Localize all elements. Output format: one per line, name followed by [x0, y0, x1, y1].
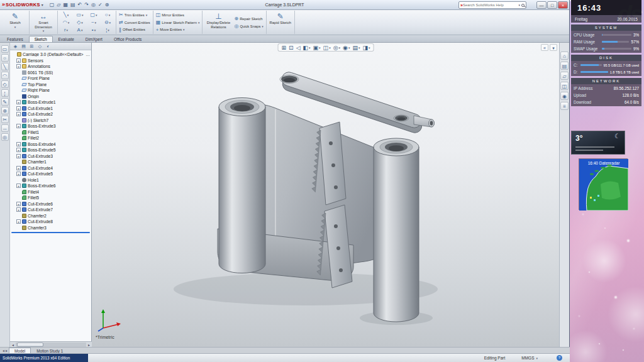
- scrollbar-thumb[interactable]: [17, 343, 43, 347]
- rebuild-button[interactable]: ✓: [97, 1, 104, 9]
- spline-icon[interactable]: ~ ▾: [87, 19, 101, 26]
- scroll-right-icon[interactable]: ▸: [86, 343, 92, 347]
- minimize-button[interactable]: —: [536, 1, 547, 9]
- toolbar-sketch-icon[interactable]: ✎: [1, 98, 9, 106]
- feature-manager-tab[interactable]: ◈: [11, 43, 19, 50]
- search-caret-icon[interactable]: ▾: [518, 3, 520, 7]
- display-manager-tab[interactable]: ◐: [44, 43, 52, 50]
- desktop[interactable]: ds 16:43 Freitag 20.06.2015 SYSTEM CPU U…: [570, 0, 644, 362]
- save-button[interactable]: ▦: [62, 1, 69, 9]
- quick-snaps-button[interactable]: ◎ Quick Snaps ▾: [233, 23, 264, 30]
- toolbar-trim-icon[interactable]: ✂: [1, 116, 9, 123]
- help-icon[interactable]: ?: [557, 355, 562, 361]
- command-manager-tab[interactable]: Features: [1, 36, 29, 42]
- expand-icon[interactable]: +: [16, 207, 21, 212]
- tree-item[interactable]: + Boss-Extrude6: [10, 183, 91, 189]
- solidworks-menu[interactable]: » SOLIDWORKS ▾: [2, 2, 43, 8]
- view-settings-icon[interactable]: ◨ ▾: [361, 45, 371, 51]
- toolbar-relations-icon[interactable]: ◎: [1, 133, 9, 141]
- tree-item[interactable]: + Cut-Extrude8: [10, 219, 91, 225]
- configuration-manager-tab[interactable]: ⊞: [28, 43, 36, 50]
- sketch-text-icon[interactable]: A ▾: [73, 26, 87, 34]
- sketch-line-icon[interactable]: ╲ ▾: [59, 11, 73, 19]
- straight-slot-icon[interactable]: ▢ ▾: [87, 11, 101, 19]
- redo-button[interactable]: ↷: [83, 1, 90, 9]
- linear-sketch-pattern-button[interactable]: ▦ Linear Sketch Pattern ▾: [155, 19, 201, 26]
- tree-item[interactable]: + Front Plane: [10, 75, 91, 82]
- help-search[interactable]: » ▾: [458, 1, 526, 9]
- undo-button[interactable]: ↶: [77, 1, 84, 9]
- tree-item[interactable]: + Boss-Extrude1: [10, 99, 91, 106]
- property-manager-tab[interactable]: ▤: [19, 43, 28, 50]
- expand-icon[interactable]: +: [16, 112, 21, 116]
- toolbar-line-icon[interactable]: ╲: [1, 63, 9, 70]
- open-button[interactable]: ▱: [55, 1, 62, 9]
- tree-item[interactable]: + Cut-Extrude6: [10, 201, 91, 207]
- expand-icon[interactable]: +: [16, 148, 21, 152]
- graphics-area[interactable]: ⊞ ▾ ⊡ ▾ ◁ ▾: [92, 43, 560, 347]
- view-orientation-icon[interactable]: ▣ ▾: [312, 45, 322, 51]
- search-input[interactable]: [463, 3, 519, 7]
- tree-item[interactable]: + Sensors: [10, 58, 91, 64]
- section-view-icon[interactable]: ◧ ▾: [302, 45, 312, 51]
- expand-icon[interactable]: +: [16, 106, 21, 111]
- expand-icon[interactable]: +: [16, 202, 21, 206]
- command-manager-tab[interactable]: Evaluate: [53, 36, 80, 42]
- point-icon[interactable]: • ▾: [87, 26, 101, 34]
- ellipse-icon[interactable]: ⊖ ▾: [101, 19, 114, 26]
- weather-radar-gadget[interactable]: 16:40 Datenradar: [579, 158, 628, 210]
- scroll-left-icon[interactable]: ◂: [10, 343, 16, 347]
- polygon-icon[interactable]: ◇ ▾: [73, 19, 87, 26]
- tree-item[interactable]: + Cut-Extrude7: [10, 207, 91, 213]
- command-manager-tab[interactable]: DimXpert: [80, 36, 108, 42]
- toolbar-arc-icon[interactable]: ◠: [1, 72, 9, 79]
- system-monitor-gadget[interactable]: 16:43 Freitag 20.06.2015 SYSTEM CPU Usag…: [571, 0, 641, 106]
- tree-item[interactable]: + Chamfer2: [10, 213, 91, 219]
- trim-entities-button[interactable]: ✂ Trim Entities ▾: [118, 11, 152, 19]
- design-library-tab[interactable]: ▤: [560, 62, 569, 70]
- sketch-button[interactable]: ✎ Sketch ▾: [3, 11, 28, 33]
- zoom-to-fit-icon[interactable]: ⊞ ▾: [280, 45, 288, 51]
- expand-icon[interactable]: +: [16, 142, 21, 146]
- solidworks-resources-tab[interactable]: ⌂: [560, 52, 569, 60]
- units-caret-icon[interactable]: ▾: [536, 356, 538, 360]
- tab-scroll-right-icon[interactable]: ▸: [6, 348, 8, 353]
- tree-item[interactable]: + (-) Sketch7: [10, 118, 91, 124]
- toolbar-circle-icon[interactable]: ○: [1, 54, 9, 62]
- tree-item[interactable]: + Fillet5: [10, 195, 91, 201]
- tree-item[interactable]: + Cut-Extrude3: [10, 153, 91, 160]
- expand-icon[interactable]: +: [16, 100, 21, 104]
- rollback-bar[interactable]: [11, 232, 90, 233]
- expand-icon[interactable]: +: [16, 64, 21, 69]
- repair-sketch-button[interactable]: ⊕ Repair Sketch: [233, 15, 264, 23]
- tree-item[interactable]: + Fillet1: [10, 129, 91, 136]
- centerline-icon[interactable]: ¦ ▾: [101, 26, 114, 34]
- tree-item[interactable]: + 6061 T6 (SS): [10, 70, 91, 76]
- smart-dimension-button[interactable]: ↔ Smart Dimension ▾: [31, 11, 56, 33]
- sketch-fillet-icon[interactable]: r ▾: [59, 26, 73, 34]
- circle-icon[interactable]: ○ ▾: [101, 11, 114, 19]
- tree-item[interactable]: + Chamfer3: [10, 225, 91, 231]
- maximize-button[interactable]: □: [547, 1, 557, 9]
- edit-appearance-icon[interactable]: ◉ ▾: [341, 45, 351, 51]
- tree-horizontal-scrollbar[interactable]: ◂ ▸: [10, 341, 92, 347]
- collapse-taskpane-button[interactable]: «: [541, 44, 548, 51]
- move-entities-button[interactable]: + Move Entities ▾: [155, 26, 201, 33]
- offset-entities-button[interactable]: ∥ Offset Entities: [118, 26, 152, 33]
- mirror-entities-button[interactable]: ◫ Mirror Entities: [155, 11, 201, 19]
- view-palette-tab[interactable]: ◫: [560, 82, 569, 90]
- toolbar-polygon-icon[interactable]: ◇: [1, 80, 9, 88]
- tree-item[interactable]: + Top Plane: [10, 82, 91, 88]
- tree-item[interactable]: + Fillet2: [10, 135, 91, 141]
- weather-gadget[interactable]: 3° ☾: [571, 131, 625, 155]
- print-button[interactable]: ▤: [69, 1, 77, 9]
- corner-rectangle-icon[interactable]: ▭ ▾: [73, 11, 87, 19]
- expand-icon[interactable]: +: [16, 166, 21, 170]
- viewport-options-button[interactable]: ▾: [550, 44, 557, 51]
- expand-icon[interactable]: +: [16, 184, 21, 188]
- hide-show-items-icon[interactable]: ◎ ▾: [332, 45, 341, 51]
- previous-view-icon[interactable]: ◁ ▾: [295, 45, 302, 51]
- tree-item[interactable]: + Boss-Extrude3: [10, 123, 91, 129]
- expand-icon[interactable]: +: [16, 219, 21, 224]
- command-manager-tab[interactable]: Office Products: [108, 36, 147, 42]
